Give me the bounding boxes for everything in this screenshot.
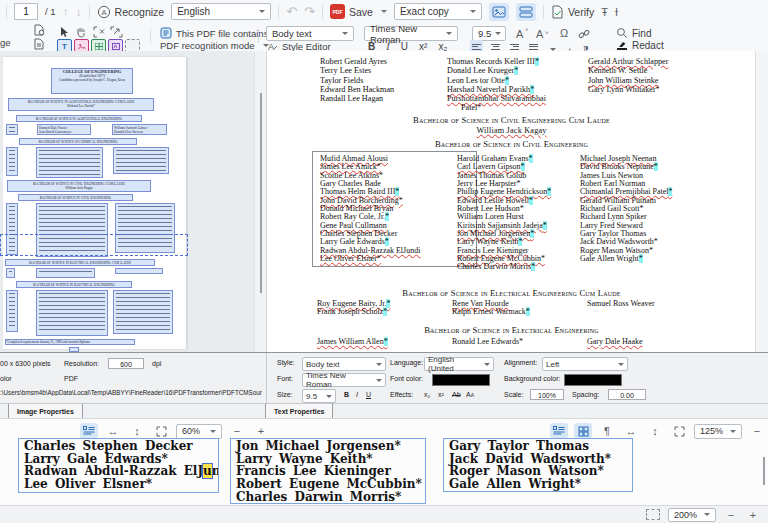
- save-button[interactable]: PDF Save: [330, 4, 387, 19]
- thumbnail-heading-block[interactable]: Bachelor of Science in Agricultural Engi…: [8, 98, 154, 111]
- name-line[interactable]: William Jack Kagay: [267, 126, 756, 135]
- name-line[interactable]: Patel*: [461, 103, 546, 112]
- zoom-out-icon[interactable]: −: [748, 423, 766, 439]
- language-select-small[interactable]: English (United: [424, 357, 494, 371]
- thumbnail-text-block[interactable]: [113, 147, 169, 174]
- scan-excerpt[interactable]: Jon Michael Jorgensen*Larry Wayne Keith*…: [230, 438, 426, 504]
- name-line[interactable]: Purshottambhai Shivarambhai: [447, 94, 546, 103]
- scan-line[interactable]: Gale Allen Wright*: [449, 478, 627, 491]
- font-family-select[interactable]: Times New Roman: [364, 26, 458, 41]
- current-character-highlight[interactable]: u: [203, 464, 212, 478]
- selection-mode-icon[interactable]: [646, 509, 660, 520]
- hyperlink-icon[interactable]: [578, 28, 590, 40]
- thumbnail-heading-block[interactable]: Bachelor of Science in Electrical Engine…: [5, 259, 155, 266]
- zoom-out-icon[interactable]: −: [724, 507, 738, 523]
- name-line[interactable]: Edward Ben Hackman: [320, 85, 394, 94]
- image-pane-scrollbar[interactable]: [254, 51, 266, 352]
- thumbnail-title-block[interactable]: COLLEGE OF ENGINEERING (Established 1877…: [51, 68, 133, 94]
- thumbnail-text-block[interactable]: [113, 290, 173, 334]
- bold-toggle[interactable]: B: [344, 391, 349, 398]
- name-line[interactable]: Frank Joseph Scholz*: [317, 308, 390, 316]
- page-number-input[interactable]: 1: [14, 3, 38, 20]
- font-color-swatch[interactable]: [432, 374, 490, 386]
- thumbnail-text-block[interactable]: [36, 290, 108, 336]
- resize-area-icon[interactable]: [110, 26, 123, 38]
- zoom-pane-scrollbar[interactable]: [763, 457, 765, 485]
- thumbnail-heading-block[interactable]: Bachelor of Science in Electrical Engine…: [16, 281, 132, 288]
- name-line[interactable]: Gerald Arthur Schlapper: [588, 57, 668, 66]
- cum-laude-name[interactable]: William Jack Kagay: [267, 126, 756, 135]
- resolution-input[interactable]: 600: [108, 358, 144, 369]
- name-line[interactable]: Samuel Ross Weaver: [587, 300, 655, 308]
- effect-subscript-toggle[interactable]: x₂: [424, 391, 430, 398]
- text-zoom-select[interactable]: 125%: [694, 424, 742, 439]
- thumbnail-text-block[interactable]: Emmett Dale Frazier Jean David Gatzemeye…: [37, 124, 91, 135]
- name-line[interactable]: Thomas Records Keller III*: [447, 57, 546, 66]
- cut-off-button-label[interactable]: ge: [0, 37, 11, 48]
- italic-toggle[interactable]: I: [356, 391, 358, 398]
- underline-toggle[interactable]: U: [366, 391, 371, 398]
- scan-line[interactable]: Gary Taylor Thomas: [449, 440, 627, 453]
- show-image-pane-toggle[interactable]: [489, 3, 509, 21]
- sync-view-icon[interactable]: [574, 423, 592, 439]
- thumbnail-footnote-block[interactable]: *Completed requirements January 31, 1969…: [5, 339, 135, 345]
- name-line[interactable]: Terry Lee Estes: [320, 66, 394, 75]
- expand-icon[interactable]: [152, 423, 170, 439]
- thumbnail-text-block[interactable]: [36, 147, 103, 178]
- name-line[interactable]: James William Allen*: [317, 338, 388, 346]
- show-text-pane-toggle[interactable]: [516, 3, 536, 21]
- section-heading[interactable]: Bachelor of Science in Civil Engineering…: [267, 115, 756, 125]
- zoom-out-icon[interactable]: −: [228, 423, 246, 439]
- style-select[interactable]: Body text: [302, 357, 386, 371]
- thumbnail-heading-block[interactable]: Bachelor of Science in Civil Engineering: [18, 194, 133, 201]
- scan-line[interactable]: Charles Stephen Decker: [24, 440, 213, 453]
- text-pane-scrollbar[interactable]: [755, 51, 768, 352]
- name-line[interactable]: Gary Dale Haake: [587, 338, 643, 346]
- select-cursor-icon[interactable]: [58, 26, 70, 38]
- thumbnail-heading-block[interactable]: Bachelor of Science in Civil Engineering…: [7, 180, 151, 192]
- thumbnail-text-block[interactable]: William Sanford Gehner Donald Glen Steve…: [112, 124, 167, 135]
- redact-button[interactable]: Redact: [616, 40, 664, 51]
- page-layer-icon[interactable]: [33, 38, 45, 50]
- name-line[interactable]: Charles Darwin Morris*: [457, 263, 551, 271]
- page-tool-icon[interactable]: [33, 24, 45, 36]
- next-page-icon[interactable]: ↓: [76, 6, 82, 18]
- fit-height-icon[interactable]: ↕: [646, 423, 664, 439]
- scan-line[interactable]: Jon Michael Jorgensen*: [236, 440, 420, 453]
- thumbnail-text-block[interactable]: [36, 268, 95, 278]
- page-thumbnail[interactable]: COLLEGE OF ENGINEERING (Established 1877…: [3, 57, 186, 349]
- name-line[interactable]: Donald Lee Krueger*: [447, 66, 546, 75]
- increase-font-size-icon[interactable]: A: [516, 28, 523, 40]
- scale-input[interactable]: 100%: [530, 389, 564, 400]
- font-size-select[interactable]: 9.5: [472, 26, 506, 41]
- recognize-button[interactable]: A Recognize: [97, 5, 165, 19]
- tab-text-properties[interactable]: Text Properties: [265, 404, 333, 419]
- name-line[interactable]: Leon Les tor Otte*: [447, 76, 546, 85]
- image-zoom-select[interactable]: 60%: [176, 424, 222, 439]
- thumbnail-text-block[interactable]: [6, 147, 18, 176]
- scan-line[interactable]: Lee Oliver Elsner*: [24, 478, 213, 491]
- effect-smallcaps-toggle[interactable]: Aa: [466, 391, 474, 398]
- thumbnail-heading-block[interactable]: Bachelor of Science in Agricultural Engi…: [16, 115, 142, 122]
- expand-icon[interactable]: [670, 423, 688, 439]
- undo-icon[interactable]: ↶: [286, 6, 297, 18]
- previous-page-icon[interactable]: ↑: [63, 6, 69, 18]
- name-line[interactable]: Gale Allen Wright*: [580, 255, 672, 263]
- name-line[interactable]: Ralph Ernest Warmack*: [452, 308, 530, 316]
- thumbnail-heading-block[interactable]: Bachelor of Science in Chemical Engineer…: [19, 138, 137, 145]
- selection-marquee[interactable]: [0, 234, 188, 256]
- name-line[interactable]: Taylor Fields: [320, 76, 394, 85]
- thumbnail-text-block[interactable]: [6, 290, 18, 332]
- effect-superscript-toggle[interactable]: x²: [438, 391, 444, 398]
- paragraph-style-select[interactable]: Body text: [266, 26, 354, 41]
- name-line[interactable]: Robert Gerald Ayres: [320, 57, 394, 66]
- insert-symbol-icon[interactable]: Ω: [560, 27, 568, 39]
- scrollbar-thumb[interactable]: [260, 93, 262, 293]
- section-heading[interactable]: Bachelor of Science in Electrical Engine…: [267, 325, 756, 335]
- scan-line[interactable]: Charles Darwin Morris*: [236, 491, 420, 504]
- formatting-marks-icon[interactable]: ¶: [598, 423, 616, 439]
- name-line[interactable]: Gary Lynn Whitaker*: [588, 85, 668, 94]
- decrease-font-size-icon[interactable]: A: [536, 28, 543, 40]
- alignment-select[interactable]: Left: [542, 357, 628, 371]
- font-select-small[interactable]: Times New Roman: [302, 373, 386, 387]
